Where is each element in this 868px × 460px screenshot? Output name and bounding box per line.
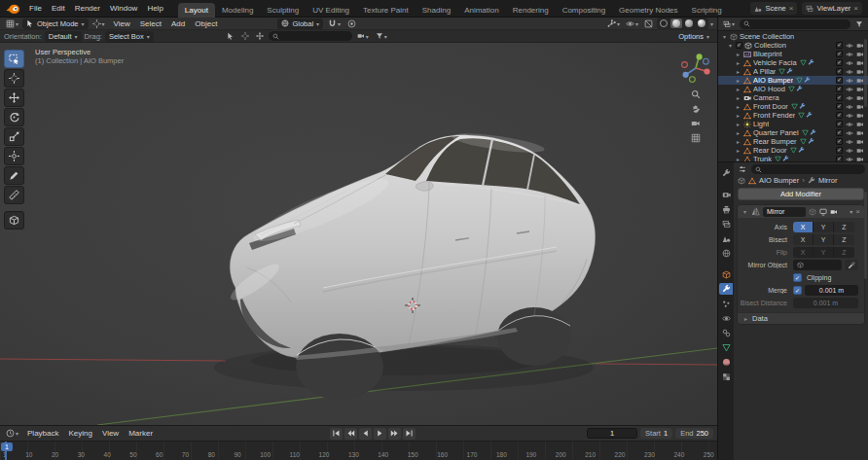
expand-arrow-icon[interactable] xyxy=(735,148,741,154)
drag-select[interactable]: Select Box xyxy=(105,31,154,42)
expand-arrow-icon[interactable] xyxy=(735,60,741,66)
breadcrumb-modifier[interactable]: Mirror xyxy=(818,176,838,185)
viewport-menu-item[interactable]: Add xyxy=(166,18,190,29)
eye-icon[interactable] xyxy=(846,94,853,102)
transform-orientation-select[interactable]: Global xyxy=(277,18,323,29)
tab-world[interactable] xyxy=(719,247,733,259)
unlink-scene-icon[interactable] xyxy=(789,4,794,13)
workspace-tab[interactable]: Animation xyxy=(457,3,506,18)
move-mode-toggle[interactable] xyxy=(254,32,266,40)
bisect-toggle[interactable]: Y xyxy=(814,234,834,245)
properties-sliders-icon[interactable] xyxy=(737,165,748,173)
camera-icon[interactable] xyxy=(856,156,864,162)
bisect-distance-field[interactable]: 0.001 m xyxy=(793,298,858,308)
eye-icon[interactable] xyxy=(846,121,853,128)
play-button[interactable] xyxy=(374,428,386,440)
overlays-toggle[interactable] xyxy=(624,19,640,28)
tab-view-layer[interactable] xyxy=(719,218,733,230)
menu-item[interactable]: File xyxy=(24,3,47,14)
modifier-name-field[interactable]: Mirror xyxy=(763,207,806,217)
eye-icon[interactable] xyxy=(846,77,853,85)
frame-end-field[interactable]: End250 xyxy=(675,428,713,439)
eye-icon[interactable] xyxy=(846,42,853,50)
outliner-scene-collection[interactable]: Scene Collection xyxy=(718,32,868,41)
properties-scrollbar[interactable] xyxy=(864,192,867,279)
viewlayer-selector[interactable]: ViewLayer xyxy=(802,2,862,15)
eye-icon[interactable] xyxy=(846,51,853,58)
camera-icon[interactable] xyxy=(856,77,864,85)
item-checkbox[interactable] xyxy=(836,94,843,101)
eyedropper-button[interactable] xyxy=(845,260,858,270)
menu-item[interactable]: Render xyxy=(70,3,105,14)
item-checkbox[interactable] xyxy=(836,103,843,110)
tab-output[interactable] xyxy=(719,203,733,215)
timeline-ruler[interactable]: 1102030405060708090100110120130140150160… xyxy=(0,441,717,460)
edit-mode-display-toggle[interactable] xyxy=(809,208,816,216)
outliner-display-mode[interactable] xyxy=(721,19,737,28)
mirror-object-field[interactable] xyxy=(793,260,842,270)
viewport-menu-item[interactable]: View xyxy=(109,18,135,29)
gizmo-x-neg[interactable] xyxy=(682,62,688,68)
tab-scene[interactable] xyxy=(719,232,733,244)
gizmo-y-neg[interactable] xyxy=(690,77,696,83)
eye-icon[interactable] xyxy=(846,129,853,137)
outliner-item[interactable]: AIO Hood xyxy=(718,85,868,93)
workspace-tab[interactable]: Modeling xyxy=(215,3,260,18)
workspace-tab[interactable]: UV Editing xyxy=(306,3,356,18)
expand-arrow-icon[interactable] xyxy=(735,113,741,119)
shading-wireframe-button[interactable] xyxy=(658,18,669,28)
gizmo-x-axis[interactable] xyxy=(704,68,709,74)
shading-rendered-button[interactable] xyxy=(696,18,707,28)
item-checkbox[interactable] xyxy=(836,51,843,57)
camera-icon[interactable] xyxy=(856,94,864,102)
eye-icon[interactable] xyxy=(846,103,853,111)
cursor-tool[interactable] xyxy=(4,69,24,88)
tab-texture[interactable] xyxy=(719,371,733,382)
outliner-search-field[interactable] xyxy=(740,19,850,29)
eye-icon[interactable] xyxy=(846,112,853,120)
remove-modifier-icon[interactable] xyxy=(855,207,860,216)
outliner-collection[interactable]: Collection xyxy=(718,41,868,50)
rotate-tool[interactable] xyxy=(4,108,24,126)
camera-view-icon[interactable] xyxy=(691,119,701,128)
camera-icon[interactable] xyxy=(856,68,864,76)
current-frame-indicator[interactable]: 1 xyxy=(1,442,13,451)
snap-toggle[interactable] xyxy=(326,19,343,28)
eye-icon[interactable] xyxy=(846,86,853,93)
expand-arrow-icon[interactable] xyxy=(735,95,741,101)
item-checkbox[interactable] xyxy=(836,112,843,119)
timeline-menu-item[interactable]: Keying xyxy=(63,428,96,439)
realtime-display-toggle[interactable] xyxy=(819,208,827,216)
workspace-tab[interactable]: Texture Paint xyxy=(356,3,416,18)
expand-arrow-icon[interactable] xyxy=(735,122,741,127)
tab-render[interactable] xyxy=(719,189,733,200)
bisect-toggle[interactable]: X xyxy=(793,234,814,245)
outliner-item[interactable]: Blueprint xyxy=(718,50,868,58)
eye-icon[interactable] xyxy=(846,156,853,162)
workspace-tab[interactable]: Scripting xyxy=(685,3,729,18)
outliner-item[interactable]: A Pillar xyxy=(718,67,868,76)
item-checkbox[interactable] xyxy=(836,59,843,66)
expand-arrow-icon[interactable] xyxy=(735,69,741,75)
eye-icon[interactable] xyxy=(846,68,853,76)
prev-keyframe-button[interactable] xyxy=(344,428,357,440)
axis-toggle[interactable]: Z xyxy=(834,222,854,232)
orientation-select[interactable]: Default xyxy=(45,31,82,42)
outliner-item[interactable]: Trunk xyxy=(718,155,868,161)
editor-type-button[interactable] xyxy=(4,19,20,28)
workspace-tab[interactable]: Layout xyxy=(178,3,215,18)
camera-icon[interactable] xyxy=(856,42,864,50)
workspace-tab[interactable]: Rendering xyxy=(506,3,556,18)
merge-threshold-field[interactable]: 0.001 m xyxy=(805,285,858,296)
next-keyframe-button[interactable] xyxy=(388,428,401,440)
camera-icon[interactable] xyxy=(856,86,864,93)
collection-checkbox[interactable] xyxy=(736,42,742,49)
expand-arrow-icon[interactable] xyxy=(735,104,741,110)
expand-arrow-icon[interactable] xyxy=(741,209,748,215)
jump-to-start-button[interactable] xyxy=(330,428,343,440)
axis-toggle[interactable]: Y xyxy=(814,222,834,232)
pan-tool-icon[interactable] xyxy=(691,104,701,114)
scene-selector[interactable]: Scene xyxy=(750,2,797,15)
expand-arrow-icon[interactable] xyxy=(735,87,741,92)
outliner-item[interactable]: Rear Bumper xyxy=(718,137,868,146)
